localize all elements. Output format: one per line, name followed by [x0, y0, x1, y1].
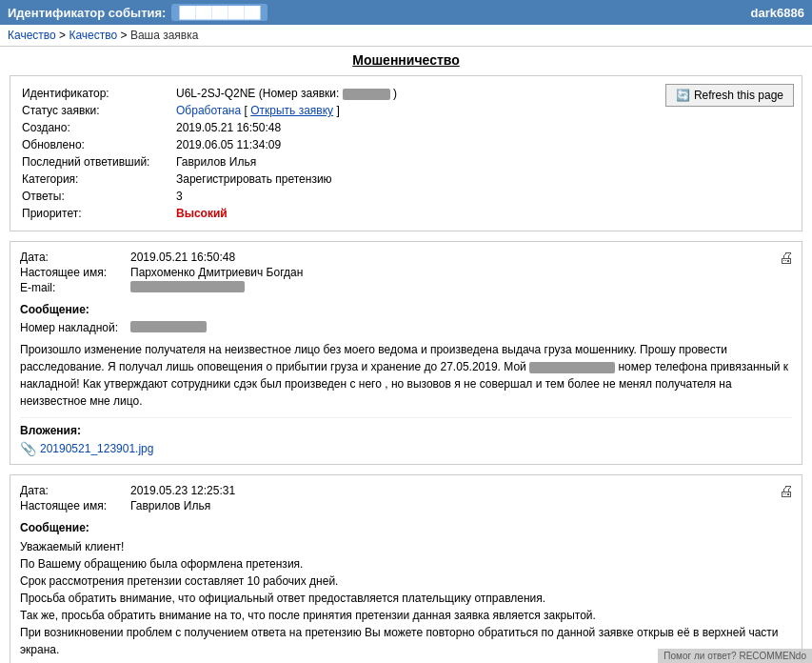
name-label-2: Настоящее имя:: [20, 499, 125, 512]
info-row-updated: Обновлено: 2019.06.05 11:34:09: [22, 137, 790, 152]
category-label: Категория:: [22, 171, 174, 187]
breadcrumb: Качество > Качество > Ваша заявка: [0, 25, 812, 47]
tracking-censored: [130, 321, 207, 332]
message-body-1: Произошло изменение получателя на неизве…: [20, 341, 792, 410]
attachment-icon: 📎: [20, 441, 36, 456]
email-censored: [130, 281, 245, 292]
info-row-category: Категория: Зарегистрировать претензию: [22, 171, 790, 187]
updated-label: Обновлено:: [22, 137, 174, 152]
info-section: Идентификатор: U6L-2SJ-Q2NE (Номер заявк…: [10, 75, 802, 231]
refresh-icon: 🔄: [676, 89, 690, 102]
order-number-censored: [343, 89, 390, 100]
recommendo-watermark: Помог ли ответ? RECOMMENdo: [658, 649, 812, 663]
tracking-row: Номер накладной:: [20, 320, 792, 335]
updated-value: 2019.06.05 11:34:09: [176, 137, 790, 152]
meta-row-name-1: Настоящее имя: Пархоменко Дмитриевич Бог…: [20, 265, 792, 280]
meta-row-name-2: Настоящее имя: Гаврилов Илья: [20, 498, 792, 513]
message-meta-1: Дата: 2019.05.21 16:50:48 Настоящее имя:…: [20, 250, 792, 295]
phone-censored: [529, 362, 615, 373]
date-label-2: Дата:: [20, 484, 125, 497]
priority-value: Высокий: [176, 206, 790, 221]
date-value-2: 2019.05.23 12:25:31: [130, 484, 235, 497]
name-value-2: Гаврилов Илья: [130, 499, 210, 512]
status-label: Статус заявки:: [22, 103, 174, 118]
main-content: Мошенничество Идентификатор: U6L-2SJ-Q2N…: [0, 47, 812, 663]
message-section-1: 🖨 Дата: 2019.05.21 16:50:48 Настоящее им…: [10, 241, 802, 465]
top-bar-left: Идентификатор события: ██████████: [8, 4, 267, 21]
page-title: Мошенничество: [10, 52, 802, 68]
date-label-1: Дата:: [20, 251, 125, 264]
date-value-1: 2019.05.21 16:50:48: [130, 251, 235, 264]
info-row-priority: Приоритет: Высокий: [22, 206, 790, 221]
name-value-1: Пархоменко Дмитриевич Богдан: [130, 266, 303, 279]
answers-value: 3: [176, 189, 790, 204]
attachment-name: 20190521_123901.jpg: [40, 442, 153, 455]
message-label-2: Сообщение:: [20, 521, 792, 534]
message-meta-2: Дата: 2019.05.23 12:25:31 Настоящее имя:…: [20, 483, 792, 513]
meta-row-date-1: Дата: 2019.05.21 16:50:48: [20, 250, 792, 265]
refresh-page-button[interactable]: 🔄 Refresh this page: [665, 84, 794, 107]
message-body-2: Уважаемый клиент! По Вашему обращению бы…: [20, 538, 792, 663]
breadcrumb-link-1[interactable]: Качество: [8, 29, 56, 42]
responder-value: Гаврилов Илья: [176, 154, 790, 170]
info-row-answers: Ответы: 3: [22, 189, 790, 204]
event-label: Идентификатор события:: [8, 6, 166, 20]
username: dark6886: [751, 6, 804, 20]
created-label: Создано:: [22, 120, 174, 135]
category-value: Зарегистрировать претензию: [176, 171, 790, 187]
created-value: 2019.05.21 16:50:48: [176, 120, 790, 135]
attachments-label: Вложения:: [20, 424, 792, 437]
breadcrumb-link-2[interactable]: Качество: [69, 29, 117, 42]
responder-label: Последний ответивший:: [22, 154, 174, 170]
print-icon-1[interactable]: 🖨: [779, 250, 794, 267]
attachments-section: Вложения: 📎 20190521_123901.jpg: [20, 417, 792, 456]
meta-row-date-2: Дата: 2019.05.23 12:25:31: [20, 483, 792, 498]
info-row-responder: Последний ответивший: Гаврилов Илья: [22, 154, 790, 170]
answers-label: Ответы:: [22, 189, 174, 204]
message-label-1: Сообщение:: [20, 303, 792, 316]
event-id: ██████████: [171, 4, 267, 21]
priority-label: Приоритет:: [22, 206, 174, 221]
print-icon-2[interactable]: 🖨: [779, 483, 794, 500]
email-label-1: E-mail:: [20, 281, 125, 294]
info-row-created: Создано: 2019.05.21 16:50:48: [22, 120, 790, 135]
meta-row-email-1: E-mail:: [20, 280, 792, 295]
identifier-label: Идентификатор:: [22, 86, 174, 101]
breadcrumb-current: Ваша заявка: [130, 29, 199, 42]
tracking-label: Номер накладной:: [20, 321, 125, 334]
open-order-link[interactable]: Открыть заявку: [250, 104, 333, 117]
name-label-1: Настоящее имя:: [20, 266, 125, 279]
message-section-2: 🖨 Дата: 2019.05.23 12:25:31 Настоящее им…: [10, 474, 802, 663]
top-bar: Идентификатор события: ██████████ dark68…: [0, 0, 812, 25]
attachment-link[interactable]: 📎 20190521_123901.jpg: [20, 441, 792, 456]
